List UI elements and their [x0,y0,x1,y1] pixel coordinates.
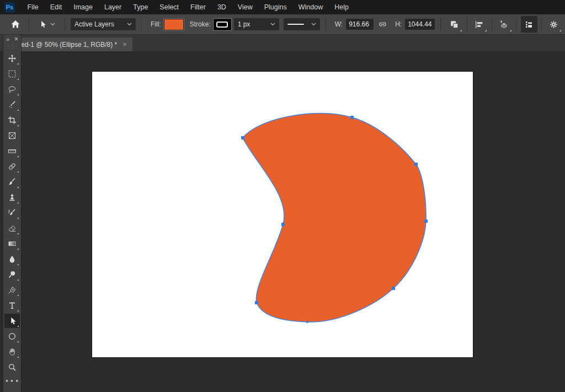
menu-item-filter[interactable]: Filter [185,3,212,11]
panel-grip-handle[interactable] [7,44,17,49]
pen-tool[interactable] [4,283,20,297]
eraser-tool[interactable] [4,221,20,235]
move-tool[interactable] [4,51,20,66]
path-arrangement-button[interactable] [496,16,513,33]
path-operations-button[interactable] [446,16,463,33]
stroke-style-dropdown[interactable] [284,18,320,30]
separator [467,18,467,31]
stroke-swatch[interactable] [214,19,231,30]
path-alignment-icon [475,20,484,29]
clone-stamp-tool[interactable] [4,190,20,205]
tools-panel: ›› × ● ● ● [3,34,21,392]
dodge-tool[interactable] [4,267,20,282]
menu-item-layer[interactable]: Layer [98,3,127,11]
height-input[interactable]: 1044.44 [405,19,434,30]
zoom-tool-icon [8,363,17,372]
history-brush-tool[interactable] [4,206,20,220]
flyout-triangle-icon [559,30,561,31]
fill-label: Fill: [151,20,161,28]
link-dimensions-button[interactable] [378,20,387,29]
flyout-triangle-icon [17,356,19,358]
shape-path[interactable] [243,113,426,322]
menu-item-view[interactable]: View [232,3,258,11]
flyout-triangle-icon [17,233,19,234]
selection-arrow-icon [39,20,47,29]
home-button[interactable] [8,17,23,32]
anchor-point[interactable] [424,219,428,223]
tab-bar: ed-1 @ 50% (Ellipse 1, RGB/8) * × [0,35,565,51]
shape-options-button[interactable] [521,16,537,33]
anchor-point[interactable] [306,321,308,323]
stroke-width-dropdown[interactable]: 1 px [234,18,279,30]
brush-tool[interactable] [4,175,20,189]
clone-stamp-tool-icon [8,193,17,202]
flyout-triangle-icon [17,94,19,95]
shape-layer[interactable] [92,72,473,357]
select-mode-value: Active Layers [74,20,114,28]
ruler-tool[interactable] [4,144,20,158]
width-input[interactable]: 916.66 [346,19,374,30]
crop-tool-icon [8,116,17,125]
select-mode-dropdown[interactable]: Active Layers [71,18,136,30]
gear-button[interactable] [546,16,562,33]
document-canvas[interactable] [92,72,473,357]
path-operations-icon [450,20,459,29]
menu-item-3d[interactable]: 3D [211,3,232,11]
object-selection-tool[interactable] [4,98,20,112]
type-tool[interactable] [4,298,20,313]
menu-item-file[interactable]: File [22,3,44,11]
blur-tool[interactable] [4,252,20,266]
hand-tool[interactable] [4,345,20,359]
anchor-point[interactable] [281,223,285,226]
crop-tool[interactable] [4,113,20,127]
separator [541,18,542,31]
home-icon [10,19,20,29]
flyout-triangle-icon [17,202,19,203]
path-alignment-button[interactable] [471,16,488,33]
tab-close-icon[interactable]: × [122,40,127,49]
menu-item-type[interactable]: Type [127,3,154,11]
tools-panel-header: ›› × [3,34,21,44]
gradient-tool[interactable] [4,237,20,251]
fill-swatch[interactable] [164,19,183,30]
close-panel-icon[interactable]: × [14,35,18,43]
menu-item-help[interactable]: Help [329,3,355,11]
pen-tool-icon [8,286,17,294]
frame-tool[interactable] [4,128,20,143]
more-tools-button[interactable]: ● ● ● [6,378,19,383]
document-tab[interactable]: ed-1 @ 50% (Ellipse 1, RGB/8) * × [20,37,132,51]
zoom-tool[interactable] [4,360,20,374]
flyout-triangle-icon [17,186,19,188]
path-selection-tool[interactable] [4,314,20,328]
anchor-point[interactable] [241,136,244,139]
document-tab-label: ed-1 @ 50% (Ellipse 1, RGB/8) * [21,41,117,49]
gradient-tool-icon [8,239,17,248]
menu-item-select[interactable]: Select [154,3,185,11]
object-selection-tool-icon [8,100,17,109]
menu-item-window[interactable]: Window [292,3,328,11]
ellipse-tool[interactable] [4,329,20,343]
marquee-tool[interactable] [4,67,20,81]
flyout-triangle-icon [510,30,511,31]
anchor-point[interactable] [414,163,418,166]
shape-options-icon [524,20,534,29]
expand-panel-icon[interactable]: ›› [6,36,9,42]
lasso-tool[interactable] [4,82,20,96]
type-tool-icon [8,301,17,310]
stroke-width-value: 1 px [238,20,250,28]
anchor-point[interactable] [392,287,395,290]
flyout-triangle-icon [17,264,19,265]
flyout-triangle-icon [17,279,19,281]
anchor-point[interactable] [350,116,354,119]
menu-item-image[interactable]: Image [68,3,99,11]
path-selection-tool-icon [8,316,17,325]
menu-item-plugins[interactable]: Plugins [258,3,292,11]
tools-list [4,51,20,375]
flyout-triangle-icon [17,217,19,219]
healing-brush-tool[interactable] [4,159,20,174]
anchor-point[interactable] [255,301,258,304]
menu-item-edit[interactable]: Edit [44,3,68,11]
current-tool-button[interactable] [35,20,59,29]
stroke-style-line-icon [287,24,304,25]
separator [326,18,326,31]
